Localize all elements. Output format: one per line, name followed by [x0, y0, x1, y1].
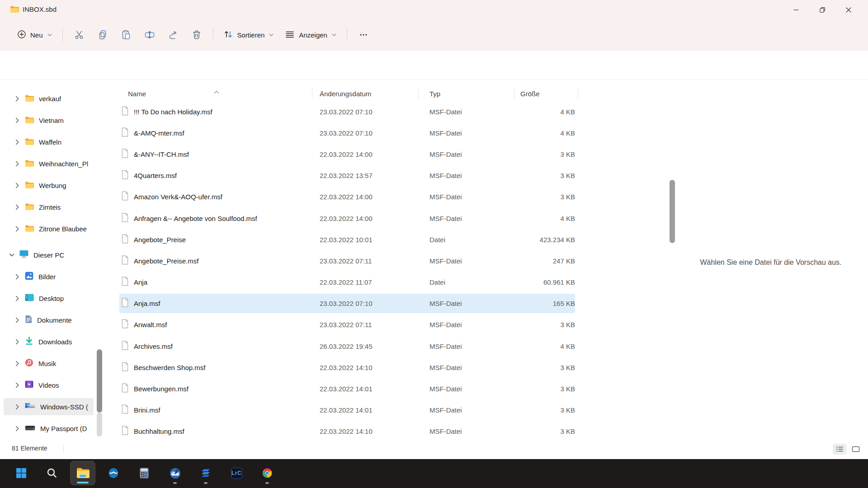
- file-row-anja[interactable]: Anja22.03.2022 11:07Datei60.961 KB: [104, 272, 669, 293]
- titlebar[interactable]: INBOX.sbd: [0, 0, 868, 20]
- file-size: 3 KB: [560, 427, 575, 435]
- column-divider[interactable]: [514, 88, 514, 99]
- details-view-button[interactable]: [833, 444, 846, 455]
- file-date: 23.03.2022 07:11: [320, 257, 372, 264]
- file-list-scrollbar[interactable]: [670, 180, 675, 243]
- lightroom-button[interactable]: LrC: [224, 461, 249, 485]
- sidebar-item-dieser-pc[interactable]: Dieser PC: [0, 244, 100, 266]
- column-header-date[interactable]: Änderungsdatum: [320, 87, 371, 101]
- sidebar-item-zitrone-blaubee[interactable]: Zitrone Blaubee: [0, 218, 100, 239]
- pictures-icon: [25, 272, 33, 282]
- chevron-right-icon[interactable]: [14, 274, 20, 280]
- sidebar-item-desktop[interactable]: Desktop: [0, 287, 100, 309]
- copy-button[interactable]: [91, 25, 114, 44]
- large-icons-view-button[interactable]: [849, 444, 863, 455]
- file-row-angebote-preise-msf[interactable]: Angebote_Preise.msf23.03.2022 07:11MSF-D…: [104, 250, 669, 271]
- chevron-right-icon[interactable]: [14, 96, 20, 102]
- chevron-right-icon[interactable]: [14, 339, 20, 345]
- file-row-amazon-verk-aoq-ufer-msf[interactable]: Amazon Verk&-AOQ-ufer.msf22.03.2022 14:0…: [104, 186, 669, 207]
- sidebar-scrollbar-track[interactable]: [97, 413, 102, 436]
- more-options-button[interactable]: [352, 25, 375, 44]
- column-header-size[interactable]: Größe: [520, 87, 540, 101]
- command-bar: Neu Sortieren Anzeigen: [0, 20, 868, 50]
- sidebar-item-videos[interactable]: Videos: [0, 374, 100, 396]
- calculator-button[interactable]: [132, 461, 157, 485]
- chevron-right-icon[interactable]: [14, 361, 20, 366]
- file-size: 165 KB: [553, 300, 575, 307]
- close-button[interactable]: [835, 0, 862, 20]
- file-row-brini-msf[interactable]: Brini.msf22.03.2022 14:01MSF-Datei3 KB: [104, 399, 669, 421]
- file-row-angebote-preise[interactable]: Angebote_Preise22.03.2022 10:01Datei423.…: [104, 229, 669, 250]
- file-row-4quarters-msf[interactable]: 4Quarters.msf22.03.2022 13:57MSF-Datei3 …: [104, 165, 669, 186]
- sidebar-item-vietnam[interactable]: Vietnam: [0, 109, 100, 131]
- minimize-button[interactable]: [783, 0, 809, 20]
- sidebar-item-my-passport-d[interactable]: My Passport (D: [0, 418, 100, 439]
- chevron-right-icon[interactable]: [14, 183, 20, 188]
- file-row-to-do-nach-holiday-msf[interactable]: !!! To Do nach Holiday.msf23.03.2022 07:…: [104, 101, 669, 122]
- stripes-app-button[interactable]: [193, 461, 218, 485]
- chevron-right-icon[interactable]: [14, 226, 20, 232]
- chevron-right-icon[interactable]: [14, 204, 20, 210]
- chevron-right-icon[interactable]: [14, 296, 20, 301]
- sidebar-item-bilder[interactable]: Bilder: [0, 266, 100, 287]
- sidebar-item-weihnachten-pl[interactable]: Weihnachten_Pl: [0, 153, 100, 174]
- file-row-any-it-ch-msf[interactable]: &-ANY--IT-CH.msf22.03.2022 14:00MSF-Date…: [104, 143, 669, 164]
- chevron-right-icon[interactable]: [14, 317, 20, 323]
- file-size: 3 KB: [560, 321, 575, 328]
- sidebar-item-downloads[interactable]: Downloads: [0, 331, 100, 352]
- chevron-right-icon[interactable]: [14, 382, 20, 388]
- sidebar-item-werbung[interactable]: Werbung: [0, 174, 100, 196]
- file-date: 23.03.2022 07:10: [320, 300, 373, 307]
- file-row-bewerbungen-msf[interactable]: Bewerbungen.msf22.03.2022 14:01MSF-Datei…: [104, 378, 669, 399]
- rename-button[interactable]: [138, 25, 161, 44]
- sidebar-item-musik[interactable]: Musik: [0, 352, 100, 374]
- sidebar-scrollbar[interactable]: [97, 349, 102, 413]
- file-name: Anja.msf: [134, 300, 160, 307]
- chrome-button[interactable]: [255, 461, 280, 485]
- chevron-right-icon[interactable]: [14, 404, 20, 410]
- chevron-down-icon[interactable]: [9, 253, 14, 257]
- chevron-right-icon[interactable]: [14, 161, 20, 167]
- file-date: 26.03.2022 19:45: [320, 342, 373, 350]
- new-button[interactable]: Neu: [12, 25, 58, 44]
- file-row-beschwerden-shop-msf[interactable]: Beschwerden Shop.msf22.03.2022 14:10MSF-…: [104, 357, 669, 378]
- file-type: Datei: [429, 235, 445, 243]
- sidebar-item-windows-ssd[interactable]: Windows-SSD (: [0, 396, 100, 418]
- sidebar-item-waffeln[interactable]: Waffeln: [0, 131, 100, 153]
- chevron-right-icon[interactable]: [14, 426, 20, 432]
- thunderbird-button[interactable]: [162, 461, 188, 485]
- start-button[interactable]: [9, 461, 34, 485]
- file-row-anwalt-msf[interactable]: Anwalt.msf23.03.2022 07:11MSF-Datei3 KB: [104, 314, 669, 335]
- file-explorer-button[interactable]: [70, 461, 95, 485]
- column-divider[interactable]: [312, 88, 312, 99]
- view-button[interactable]: Anzeigen: [279, 25, 342, 44]
- file-row-buchhaltung-msf[interactable]: Buchhaltung.msf22.03.2022 14:10MSF-Datei…: [104, 421, 669, 441]
- file-row-archives-msf[interactable]: Archives.msf26.03.2022 19:45MSF-Datei4 K…: [104, 335, 669, 357]
- sort-button[interactable]: Sortieren: [218, 25, 280, 44]
- chevron-right-icon[interactable]: [14, 117, 20, 123]
- chevron-down-icon: [269, 32, 274, 38]
- column-divider[interactable]: [578, 88, 578, 99]
- file-size: 3 KB: [560, 150, 575, 158]
- file-row-anja-msf[interactable]: Anja.msf23.03.2022 07:10MSF-Datei165 KB: [104, 293, 669, 314]
- column-divider[interactable]: [418, 88, 419, 99]
- cut-button[interactable]: [67, 25, 91, 44]
- chevron-right-icon[interactable]: [14, 139, 20, 145]
- column-header-name[interactable]: Name: [128, 87, 146, 101]
- maximize-button[interactable]: [809, 0, 835, 20]
- sidebar-item-verkauf[interactable]: verkauf: [0, 88, 100, 109]
- column-header-type[interactable]: Typ: [429, 87, 440, 101]
- file-type: MSF-Datei: [429, 342, 462, 350]
- paste-button[interactable]: [114, 25, 138, 44]
- file-row-amq-mter-msf[interactable]: &-AMQ-mter.msf23.03.2022 07:10MSF-Datei4…: [104, 122, 669, 143]
- file-date: 22.03.2022 14:01: [320, 406, 373, 414]
- openoffice-button[interactable]: [101, 461, 126, 485]
- sidebar-item-dokumente[interactable]: Dokumente: [0, 309, 100, 331]
- taskbar-search-button[interactable]: [39, 461, 65, 485]
- file-row-anfragen-angebote-von-soulfood-msf[interactable]: Anfragen &-- Angebote von Soulfood.msf22…: [104, 207, 669, 229]
- share-button[interactable]: [161, 25, 185, 44]
- sidebar-item-zimteis[interactable]: Zimteis: [0, 196, 100, 218]
- file-type: MSF-Datei: [429, 214, 462, 222]
- file-name: Brini.msf: [134, 406, 160, 414]
- delete-button[interactable]: [185, 25, 208, 44]
